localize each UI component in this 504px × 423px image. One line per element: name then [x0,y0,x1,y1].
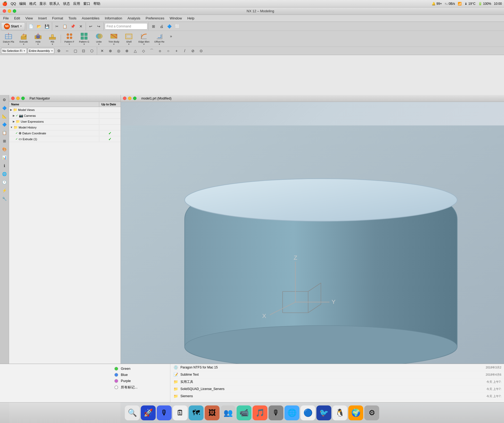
redo-button[interactable]: ↪ [95,23,102,30]
find-command-input[interactable]: Find a Command [105,23,147,30]
maximize-button[interactable] [13,9,16,13]
snap-tool-13[interactable]: ⊙ [197,47,205,55]
dock-twitter[interactable]: 🐦 [316,405,331,420]
nav-row-cameras[interactable]: ▶ ✓ 📷 Cameras [9,113,121,119]
snap-tool-5[interactable]: △ [131,47,139,55]
hole-button[interactable]: Hole ▼ [31,32,45,46]
dock-chrome[interactable]: 🔵 [300,405,315,420]
dock-3d-world[interactable]: 🌍 [348,405,363,420]
snap-tool-10[interactable]: + [173,47,180,55]
color-item-green[interactable]: Green [114,367,167,371]
dock-maps[interactable]: 🗺 [189,405,204,420]
nav-row-model-views[interactable]: ▶ 📁 Model Views [9,107,121,113]
color-item-purple[interactable]: Purple [114,379,167,383]
dock-facetime[interactable]: 📹 [237,405,251,420]
sidebar-icon-3[interactable]: 🔷 [1,121,8,128]
sidebar-icon-5[interactable]: ⊞ [1,137,8,145]
sidebar-icon-9[interactable]: 🌐 [1,170,8,178]
menu-edit[interactable]: Edit [12,16,22,21]
menubar-window[interactable]: 窗口 [83,1,90,6]
menu-assemblies[interactable]: Assemblies [80,16,101,21]
color-item-all[interactable]: 所有标记... [114,385,167,390]
start-button[interactable]: NX Start ▼ [1,22,25,30]
snap-tool-3[interactable]: ◎ [115,47,122,55]
extrude-button[interactable]: Extrude ▼ [17,32,30,46]
copy-button[interactable]: 📋 [61,23,69,30]
datum-plane-button[interactable]: Datum Pla ▼ [1,32,16,46]
menu-information[interactable]: Information [103,16,124,21]
snap-tool-2[interactable]: ⊕ [107,47,114,55]
sidebar-icon-4[interactable]: 📋 [1,129,8,136]
menu-preferences[interactable]: Preferences [143,16,166,21]
pattern-feature-button[interactable]: Pattern F ▼ [63,32,76,46]
dock-photos[interactable]: 🖼 [205,405,220,420]
dock-contacts[interactable]: 👥 [221,405,236,420]
sidebar-icon-1[interactable]: 🔷 [1,104,8,112]
menu-window[interactable]: Window [167,16,184,21]
panel-minimize[interactable] [16,97,20,100]
finder-row-sublime[interactable]: 📝 Sublime Text 2018年4月6 [170,371,504,378]
sidebar-icon-12[interactable]: 🔧 [1,195,8,202]
apple-menu[interactable]: 🍎 [2,1,7,6]
sel-tool-3[interactable]: ⊡ [80,47,87,55]
view-options-button[interactable]: ⊞ [150,23,157,30]
menu-tools[interactable]: Tools [66,16,79,21]
snap-tool-4[interactable]: ⊗ [123,47,131,55]
sel-tool-rect[interactable]: ▢ [72,47,79,55]
paste-button[interactable]: 📌 [69,23,77,30]
menubar-contacts[interactable]: 联系人 [49,1,60,6]
nav-row-datum-coordinate[interactable]: ✓ ⊕ Datum Coordinate ✓ [9,130,121,136]
finder-row-tools[interactable]: 📁 实用工具 今天 上午7: [170,378,504,385]
snap-tool-8[interactable]: ⌾ [156,47,164,55]
print-button[interactable]: 🖨 [158,23,165,30]
sidebar-icon-2[interactable]: 📐 [1,113,8,120]
panel-maximize[interactable] [21,97,25,100]
dock-podcasts[interactable]: 🎙 [268,405,283,420]
sel-tool-4[interactable]: ⬡ [88,47,96,55]
selection-scope-dropdown[interactable]: Entire Assembly ▼ [28,48,55,54]
snap-tool-12[interactable]: ⊘ [189,47,197,55]
menubar-status[interactable]: 状态 [63,1,70,6]
expand-cameras[interactable]: ▶ [13,114,15,117]
menubar-view[interactable]: 显示 [39,1,46,6]
menubar-format[interactable]: 格式 [29,1,36,6]
sidebar-icon-settings[interactable]: ⚙ [1,96,8,103]
unite-button[interactable]: Unite ▼ [92,32,106,46]
panel-close[interactable] [11,97,15,100]
expand-model-history[interactable]: ▼ [10,126,13,129]
delete-button[interactable]: ✕ [77,23,85,30]
sidebar-icon-6[interactable]: 🎨 [1,146,8,153]
dock-safari[interactable]: 🌐 [284,405,299,420]
3d-view-button[interactable]: 🔷 [166,23,173,30]
snap-tool-6[interactable]: ◇ [140,47,147,55]
menu-analysis[interactable]: Analysis [125,16,142,21]
shell-button[interactable]: Shell ▼ [122,32,135,46]
menu-view[interactable]: View [23,16,35,21]
sidebar-icon-8[interactable]: ℹ [1,162,8,169]
render-button[interactable]: ⬜ [174,23,181,30]
close-button[interactable] [3,9,6,13]
rib-button[interactable]: Rib ▼ [46,32,59,46]
menu-help[interactable]: Help [185,16,197,21]
vp-minimize[interactable] [128,97,131,100]
pattern-geometry-button[interactable]: Pattern G ▼ [77,32,91,46]
edge-blend-button[interactable]: Edge Blen ▼ [137,32,151,46]
dock-qq[interactable]: 🐧 [332,405,347,420]
finder-row-siemens[interactable]: 📁 Siemens 今天 上午7: [170,393,504,400]
snap-tool-11[interactable]: / [181,47,188,55]
sidebar-icon-7[interactable]: 📊 [1,154,8,161]
nav-row-extrude1[interactable]: ✓ ▭ Extrude (1) ✓ [9,136,121,142]
dock-music[interactable]: 🎵 [253,405,267,420]
menubar-help[interactable]: 帮助 [93,1,100,6]
dock-finder[interactable]: 🔍 [125,405,140,420]
sel-tool-2[interactable]: ↔ [63,47,71,55]
trim-body-button[interactable]: Trim Body ▼ [107,32,121,46]
open-file-button[interactable]: 📂 [35,23,43,30]
menu-format[interactable]: Format [50,16,65,21]
snap-tool-7[interactable]: ⌒ [148,47,155,55]
vp-maximize[interactable] [133,97,137,100]
sidebar-icon-10[interactable]: 🕐 [1,179,8,186]
vp-close[interactable] [123,97,126,100]
dock-calendar[interactable]: 🗓 [173,405,188,420]
expand-model-views[interactable]: ▶ [10,108,12,111]
